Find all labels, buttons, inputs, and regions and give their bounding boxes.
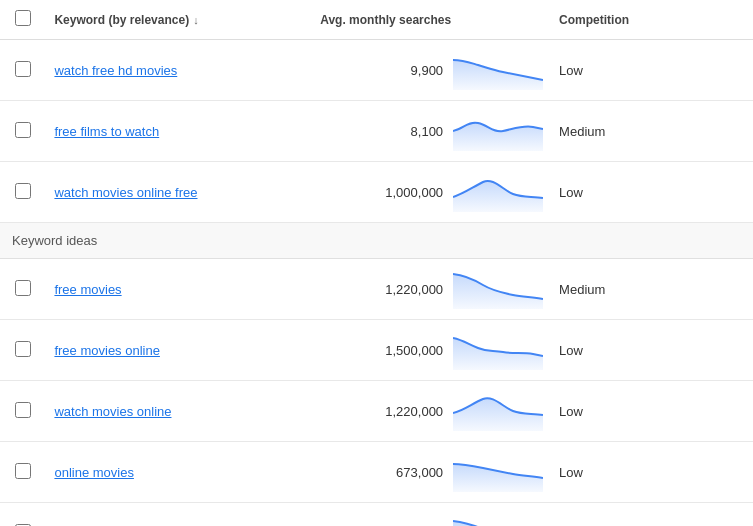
competition-value: Low: [559, 404, 583, 419]
searches-cell: 1,500,000: [268, 320, 551, 381]
competition-cell: Low: [551, 381, 753, 442]
row-checkbox-cell[interactable]: [0, 101, 46, 162]
search-number: 8,100: [363, 124, 443, 139]
search-number: 1,220,000: [363, 282, 443, 297]
keyword-header-label: Keyword (by relevance): [54, 13, 189, 27]
keyword-link[interactable]: watch free hd movies: [54, 63, 177, 78]
select-all-header[interactable]: [0, 0, 46, 40]
table-row: free movies 1,220,000 Medium: [0, 259, 753, 320]
searches-column-header: Avg. monthly searches: [268, 0, 551, 40]
table-row: watch movies online free 1,000,000 Low: [0, 162, 753, 223]
keyword-link[interactable]: free movies: [54, 282, 121, 297]
keyword-link[interactable]: free films to watch: [54, 124, 159, 139]
section-label: Keyword ideas: [12, 233, 97, 248]
row-checkbox[interactable]: [15, 341, 31, 357]
sparkline-chart: [453, 111, 543, 151]
sparkline-chart: [453, 172, 543, 212]
sparkline-chart: [453, 391, 543, 431]
sparkline-chart: [453, 452, 543, 492]
sort-arrow-icon[interactable]: ↓: [193, 14, 199, 26]
keyword-ideas-section-header: Keyword ideas: [0, 223, 753, 259]
row-checkbox-cell[interactable]: [0, 40, 46, 101]
sparkline-chart: [453, 269, 543, 309]
keyword-link[interactable]: watch movies online: [54, 404, 171, 419]
row-checkbox[interactable]: [15, 61, 31, 77]
competition-cell: Low: [551, 503, 753, 527]
keyword-link[interactable]: free movies online: [54, 343, 160, 358]
keyword-cell: online movies: [46, 442, 268, 503]
row-checkbox[interactable]: [15, 280, 31, 296]
competition-header-label: Competition: [559, 13, 629, 27]
table-row: free movies online 1,500,000 Low: [0, 320, 753, 381]
table-row: watch movies online 1,220,000 Low: [0, 381, 753, 442]
search-number: 1,220,000: [363, 404, 443, 419]
row-checkbox[interactable]: [15, 402, 31, 418]
searches-cell: 673,000: [268, 442, 551, 503]
row-checkbox-cell[interactable]: [0, 259, 46, 320]
competition-cell: Low: [551, 442, 753, 503]
searches-cell: 1,220,000: [268, 381, 551, 442]
table-row: online movies 673,000 Low: [0, 442, 753, 503]
competition-value: Low: [559, 185, 583, 200]
competition-value: Medium: [559, 124, 605, 139]
competition-value: Low: [559, 63, 583, 78]
competition-cell: Low: [551, 40, 753, 101]
row-checkbox-cell[interactable]: [0, 503, 46, 527]
keyword-cell: watch free hd movies: [46, 40, 268, 101]
searches-cell: 9,900: [268, 40, 551, 101]
searches-cell: 1,220,000: [268, 259, 551, 320]
search-number: 1,500,000: [363, 343, 443, 358]
row-checkbox-cell[interactable]: [0, 320, 46, 381]
search-number: 9,900: [363, 63, 443, 78]
keyword-cell: watch movies online: [46, 381, 268, 442]
competition-value: Medium: [559, 282, 605, 297]
competition-cell: Medium: [551, 101, 753, 162]
search-number: 1,000,000: [363, 185, 443, 200]
row-checkbox-cell[interactable]: [0, 162, 46, 223]
table-row: watch free movies 450,000 Low: [0, 503, 753, 527]
keyword-link[interactable]: watch movies online free: [54, 185, 197, 200]
keyword-cell: free films to watch: [46, 101, 268, 162]
row-checkbox-cell[interactable]: [0, 442, 46, 503]
sparkline-chart: [453, 513, 543, 526]
searches-cell: 8,100: [268, 101, 551, 162]
competition-value: Low: [559, 465, 583, 480]
competition-cell: Low: [551, 320, 753, 381]
table-row: watch free hd movies 9,900 Low: [0, 40, 753, 101]
search-number: 673,000: [363, 465, 443, 480]
searches-cell: 450,000: [268, 503, 551, 527]
row-checkbox[interactable]: [15, 183, 31, 199]
keyword-link[interactable]: online movies: [54, 465, 134, 480]
keyword-cell: free movies online: [46, 320, 268, 381]
row-checkbox-cell[interactable]: [0, 381, 46, 442]
keyword-cell: watch free movies: [46, 503, 268, 527]
competition-column-header: Competition: [551, 0, 753, 40]
competition-cell: Medium: [551, 259, 753, 320]
sparkline-chart: [453, 50, 543, 90]
searches-header-label: Avg. monthly searches: [320, 13, 451, 27]
keyword-cell: watch movies online free: [46, 162, 268, 223]
sparkline-chart: [453, 330, 543, 370]
competition-cell: Low: [551, 162, 753, 223]
competition-value: Low: [559, 343, 583, 358]
keyword-cell: free movies: [46, 259, 268, 320]
select-all-checkbox[interactable]: [15, 10, 31, 26]
searches-cell: 1,000,000: [268, 162, 551, 223]
row-checkbox[interactable]: [15, 122, 31, 138]
keyword-column-header: Keyword (by relevance) ↓: [46, 0, 268, 40]
table-row: free films to watch 8,100 Medium: [0, 101, 753, 162]
row-checkbox[interactable]: [15, 463, 31, 479]
